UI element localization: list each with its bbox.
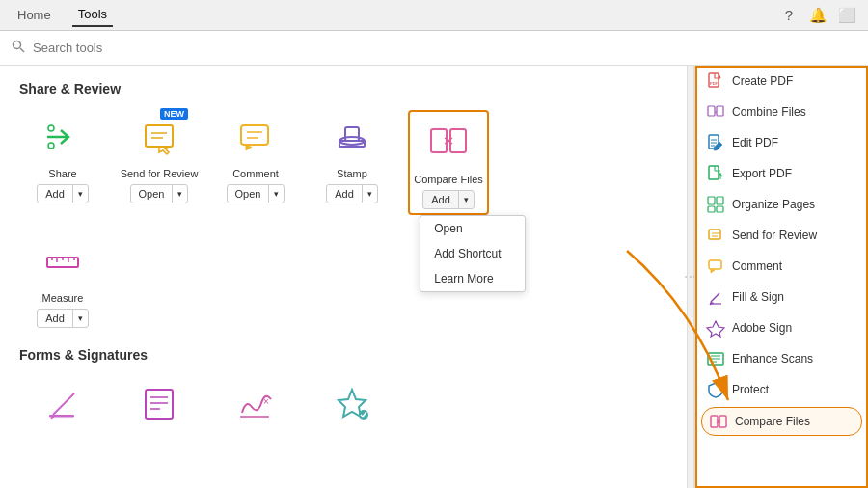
nav-home[interactable]: Home xyxy=(12,4,57,26)
protect-label: Protect xyxy=(732,383,769,396)
dropdown-learn-more[interactable]: Learn More xyxy=(420,266,525,291)
sidebar-item-create-pdf[interactable]: PDF Create PDF xyxy=(695,66,868,96)
fill-sign-s-icon xyxy=(707,288,724,306)
sidebar-item-compare[interactable]: Compare Files xyxy=(701,407,862,436)
send-review-s-icon xyxy=(707,227,724,244)
adobe-sign-label: Adobe Sign xyxy=(732,321,792,335)
share-button[interactable]: Add ▾ xyxy=(37,184,89,203)
tool-compare: Compare Files Add ▾ Open Add Shortcut Le… xyxy=(405,110,492,215)
svg-rect-54 xyxy=(709,260,721,269)
create-pdf-label: Create PDF xyxy=(732,74,793,88)
send-review-s-label: Send for Review xyxy=(732,229,817,242)
svg-point-3 xyxy=(48,125,54,131)
sidebar-item-fill-sign[interactable]: Fill & Sign xyxy=(695,282,868,312)
comment-s-label: Comment xyxy=(732,259,782,273)
svg-rect-60 xyxy=(711,416,718,427)
tool-send-review: NEW Send for Review Open ▾ xyxy=(116,110,203,215)
stamp-label: Stamp xyxy=(337,168,367,179)
export-pdf-label: Export PDF xyxy=(732,167,792,180)
svg-point-0 xyxy=(14,41,21,49)
organize-icon xyxy=(707,196,724,213)
measure-icon-wrap xyxy=(36,234,90,288)
svg-rect-48 xyxy=(717,197,723,204)
measure-label: Measure xyxy=(42,292,84,304)
svg-text:PDF: PDF xyxy=(710,81,719,86)
sidebar-item-organize[interactable]: Organize Pages xyxy=(695,189,868,220)
tool-share: Share Add ▾ xyxy=(19,110,106,215)
fill-sign-icon xyxy=(36,376,90,430)
comment-s-icon xyxy=(707,258,724,275)
search-input[interactable] xyxy=(33,41,226,55)
comment-label: Comment xyxy=(232,168,279,179)
send-review-icon-wrap: NEW xyxy=(132,110,186,164)
edit-pdf-icon xyxy=(707,134,724,151)
form-icon xyxy=(132,376,186,430)
tool-comment: Comment Open ▾ xyxy=(212,110,299,215)
sidebar-item-comment[interactable]: Comment xyxy=(695,251,868,282)
sidebar-item-export-pdf[interactable]: Export PDF xyxy=(695,158,868,189)
svg-point-4 xyxy=(48,143,54,149)
sidebar-item-adobe-sign[interactable]: Adobe Sign xyxy=(695,312,868,343)
stamp-icon-wrap xyxy=(325,110,379,164)
right-sidebar: PDF Create PDF Combine Files xyxy=(694,66,868,488)
nav-tools[interactable]: Tools xyxy=(72,3,113,27)
combine-icon xyxy=(707,103,724,121)
signature-icon: × xyxy=(229,376,283,430)
svg-line-23 xyxy=(53,393,74,415)
tool-certify xyxy=(309,376,395,430)
tool-stamp: Stamp Add ▾ xyxy=(309,110,395,215)
svg-rect-38 xyxy=(717,106,723,116)
measure-button[interactable]: Add ▾ xyxy=(37,309,89,328)
share-icon-wrap xyxy=(36,110,90,164)
search-icon xyxy=(12,40,25,56)
svg-rect-51 xyxy=(709,230,720,239)
svg-rect-8 xyxy=(241,125,268,145)
svg-rect-44 xyxy=(709,166,719,179)
enhance-label: Enhance Scans xyxy=(732,352,813,366)
share-review-title: Share & Review xyxy=(19,81,667,96)
sidebar-item-edit-pdf[interactable]: Edit PDF xyxy=(695,127,868,158)
dropdown-open[interactable]: Open xyxy=(420,216,525,241)
tool-form xyxy=(116,376,203,430)
top-nav: Home Tools ? 🔔 ⬜ xyxy=(0,0,868,31)
compare-icon-wrap xyxy=(421,116,475,170)
enhance-icon xyxy=(707,350,724,367)
adobe-sign-icon xyxy=(707,319,724,337)
svg-rect-25 xyxy=(146,390,173,419)
tool-fill-sign xyxy=(19,376,106,430)
compare-label: Compare Files xyxy=(414,174,483,185)
svg-rect-5 xyxy=(146,125,173,147)
tool-signature: × xyxy=(212,376,299,430)
svg-rect-13 xyxy=(345,127,359,141)
sidebar-item-combine[interactable]: Combine Files xyxy=(695,96,868,127)
edit-pdf-label: Edit PDF xyxy=(732,136,778,149)
bell-icon[interactable]: 🔔 xyxy=(808,6,827,25)
comment-button[interactable]: Open ▾ xyxy=(227,184,285,203)
share-label: Share xyxy=(48,168,76,179)
search-bar xyxy=(0,31,868,66)
compare-dropdown: Open Add Shortcut Learn More xyxy=(420,215,526,292)
content-area: Share & Review Share Add ▾ xyxy=(0,66,687,488)
main-area: Share & Review Share Add ▾ xyxy=(0,66,868,488)
dropdown-add-shortcut[interactable]: Add Shortcut xyxy=(420,241,525,266)
new-badge: NEW xyxy=(160,108,188,120)
window-icon[interactable]: ⬜ xyxy=(837,6,856,25)
help-icon[interactable]: ? xyxy=(779,6,799,25)
divider: ⋮ xyxy=(687,66,694,488)
svg-rect-47 xyxy=(708,197,715,204)
sidebar-item-protect[interactable]: Protect xyxy=(695,374,868,405)
export-pdf-icon xyxy=(707,165,724,182)
certify-icon xyxy=(325,376,379,430)
stamp-button[interactable]: Add ▾ xyxy=(326,184,378,203)
send-review-button[interactable]: Open ▾ xyxy=(130,184,189,203)
compare-s-label: Compare Files xyxy=(735,415,810,428)
svg-rect-14 xyxy=(431,129,447,152)
forms-signatures-title: Forms & Signatures xyxy=(19,347,667,363)
svg-text:×: × xyxy=(263,396,269,407)
sidebar-item-enhance[interactable]: Enhance Scans xyxy=(695,343,868,374)
svg-rect-37 xyxy=(708,106,715,116)
compare-button[interactable]: Add ▾ xyxy=(422,190,475,209)
sidebar-item-send-review[interactable]: Send for Review xyxy=(695,220,868,251)
svg-rect-15 xyxy=(450,129,466,152)
share-review-grid: Share Add ▾ NEW Send for Revie xyxy=(19,110,667,215)
